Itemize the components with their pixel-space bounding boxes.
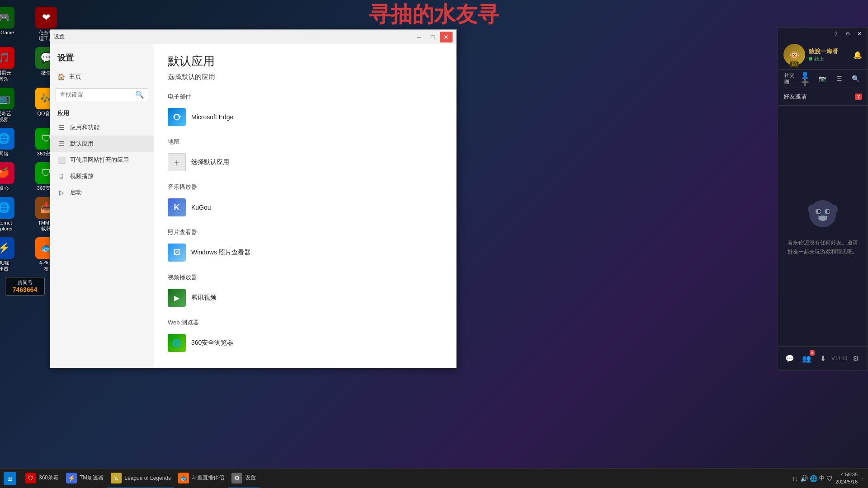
notification-bell[interactable]: 🔔 [853,50,862,59]
user-info: 猿渡一海呀 线上 [809,47,849,62]
chat-btn[interactable]: 💬 [782,350,798,366]
sidebar-item-default-apps[interactable]: ☰ 默认应用 [50,136,154,152]
sidebar-item-video-playback[interactable]: 🖥 视频播放 [50,168,154,184]
default-apps-label: 默认应用 [70,140,94,148]
user-profile: 🐵 68 猿渡一海呀 线上 🔔 [778,40,868,70]
search-input[interactable] [60,91,135,98]
maximize-button[interactable]: □ [426,32,439,42]
status-text: 线上 [814,56,824,62]
sidebar-item-web-apps[interactable]: ⬜ 可使用网站打开的应用 [50,152,154,168]
search-nav-icon[interactable]: 🔍 [850,73,861,84]
desktop-icon-wegame[interactable]: 🎮 WeGame [0,5,24,44]
default-apps-icon: ☰ [57,140,66,148]
status-dot [809,57,812,61]
email-label: 电子邮件 [168,93,443,101]
svg-point-0 [809,200,836,227]
startup-label: 启动 [70,188,82,197]
taskbar-360-antivirus[interactable]: 🛡 360杀毒 [22,469,62,488]
sidebar-home[interactable]: 🏠 主页 [50,69,154,84]
wegame-help[interactable]: ? [831,29,840,38]
kugou-name: KuGou [191,204,211,211]
apps-section-label: 应用 [50,105,154,119]
sidebar-item-startup[interactable]: ▷ 启动 [50,184,154,201]
start-icon: ⊞ [4,472,16,485]
date-display: 2024/5/16 [835,479,858,485]
ime-icon[interactable]: 中 [819,474,825,482]
minimize-button[interactable]: ─ [413,32,425,42]
taskbar-lol[interactable]: ⚔ League of Legends [107,469,175,488]
apps-features-label: 应用和功能 [70,123,99,131]
taskbar-clock: 4:59:35 2024/5/16 [835,471,858,485]
desktop-icons-area: 🎮 WeGame ❤ 任务管理工具 🎵 网易云音乐 💬 微信 📺 爱奇艺视频 [0,0,50,465]
wegame-nav: 社交圈 👤➕ 📷 ☰ 🔍 [778,70,868,88]
wegame-close[interactable]: ✕ [855,29,864,38]
web-apps-icon: ⬜ [57,156,66,164]
wegame-footer: 💬 👥 3 ⬇ V14.10 ⚙ [778,346,868,370]
svg-point-3 [818,210,821,213]
empty-text: 看来你还没有任何好友。邀请好友一起来玩游戏和聊天吧。 [787,239,859,256]
close-button[interactable]: ✕ [440,32,453,42]
add-icon: ＋ [168,153,186,171]
sidebar-header: 设置 [50,49,154,67]
friends-badge: 3 [810,350,815,356]
bg-text: 寻抽的水友寻 [369,0,499,29]
desktop-icon-netease[interactable]: 🎵 网易云音乐 [0,45,24,84]
desktop-icon-network[interactable]: 🌐 网络 [0,126,24,159]
startup-icon: ▷ [57,188,66,197]
tm-icon: ⚡ [66,473,77,483]
user-level: 68 [790,61,798,67]
douyu-label: 斗鱼直播伴侣 [192,474,224,482]
settings-btn[interactable]: ⚙ [848,350,864,366]
sidebar-search: 🔍 [56,88,148,101]
svg-point-6 [808,205,815,214]
start-button[interactable]: ⊞ [0,469,20,488]
taskbar-tm[interactable]: ⚡ TM加速器 [62,469,107,488]
antivirus-icon: 🛡 [25,473,36,483]
window-titlebar: 设置 ─ □ ✕ [50,30,456,44]
kugou-icon: K [168,198,186,216]
video-app[interactable]: ▶ 腾讯视频 [168,286,443,310]
photos-section: 照片查看器 🖼 Windows 照片查看器 [168,228,443,264]
show-desktop[interactable] [862,478,864,479]
desktop-icon-ie[interactable]: 🌐 InternetExplorer [0,195,24,234]
video-section: 视频播放器 ▶ 腾讯视频 [168,273,443,310]
settings-taskbar-label: 设置 [245,474,256,482]
settings-sidebar: 设置 🏠 主页 🔍 应用 ☰ 应用和功能 ☰ 默认应用 [50,44,154,368]
network-sys-icon[interactable]: ↑↓ [792,475,798,482]
desktop-icon-uu[interactable]: ⚡ UU加速器 [0,235,24,274]
desktop-icon-dianxin[interactable]: 🍎 点心 [0,160,24,193]
friends-btn[interactable]: 👥 3 [798,350,815,366]
shield-sys-icon[interactable]: 🛡 [826,475,833,482]
network-icon[interactable]: 🌐 [810,475,817,482]
add-friend-icon[interactable]: 👤➕ [801,73,812,84]
taskbar-items: 🛡 360杀毒 ⚡ TM加速器 ⚔ League of Legends 🐟 斗鱼… [20,469,788,488]
list-icon[interactable]: ☰ [834,73,844,84]
tencent-name: 腾讯视频 [191,294,217,302]
browser-app[interactable]: 🌐 360安全浏览器 [168,331,443,355]
taskbar-settings[interactable]: ⚙ 设置 [228,469,259,488]
friends-invite-text: 好友邀请 [783,93,807,101]
sys-icons: ↑↓ 🔊 🌐 中 🛡 [792,474,833,482]
maps-app[interactable]: ＋ 选择默认应用 [168,150,443,174]
email-app[interactable]: Microsoft Edge [168,105,443,129]
home-label: 主页 [69,73,81,81]
wegame-settings[interactable]: ⚙ [843,29,852,38]
edge-icon [168,108,186,126]
taskbar-douyu[interactable]: 🐟 斗鱼直播伴侣 [175,469,228,488]
camera-icon[interactable]: 📷 [817,73,828,84]
main-title: 默认应用 [168,53,443,69]
window-body: 设置 🏠 主页 🔍 应用 ☰ 应用和功能 ☰ 默认应用 [50,44,456,368]
photos-app[interactable]: 🖼 Windows 照片查看器 [168,241,443,264]
titlebar-controls: ─ □ ✕ [413,32,453,42]
photos-label: 照片查看器 [168,228,443,236]
mascot-image [805,196,841,232]
desktop-icon-iqiyi[interactable]: 📺 爱奇艺视频 [0,85,24,125]
music-app[interactable]: K KuGou [168,196,443,219]
sidebar-item-apps-features[interactable]: ☰ 应用和功能 [50,119,154,136]
community-icon[interactable]: 社交圈 [784,73,795,84]
download-btn[interactable]: ⬇ [815,350,831,366]
friends-invite[interactable]: 好友邀请 7 [778,88,868,106]
volume-icon[interactable]: 🔊 [800,475,808,482]
email-section: 电子邮件 Microsoft Edge [168,93,443,129]
lol-icon: ⚔ [111,473,122,483]
